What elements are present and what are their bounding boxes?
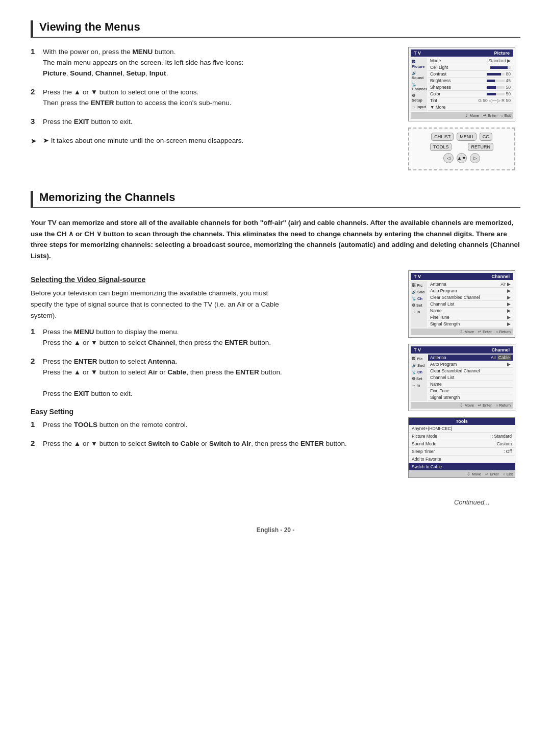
icon3-setup: ⚙ Set <box>412 375 426 382</box>
nav-right: ▷ <box>470 153 480 163</box>
step22-num: 2 <box>31 357 39 365</box>
step2-num: 2 <box>31 87 39 96</box>
section2-title: Memorizing the Channels <box>31 191 520 208</box>
channel2-icon-col: 🖼 Pic 🔊 Snd 📡 Ch ⚙ Set ↔ In <box>411 355 427 401</box>
desc1: Before your television can begin memoriz… <box>31 288 398 321</box>
section1-title: Viewing the Menus <box>31 20 520 38</box>
menu-row-more: ▼ More <box>428 104 513 111</box>
step2-text2: Then press the ENTER button to access th… <box>43 99 232 107</box>
ch1-row-antenna: Antenna Air ▶ <box>428 281 513 288</box>
picture-title: Picture <box>494 51 510 56</box>
step3-text-before: Press the EXIT button to exit. <box>43 118 133 125</box>
step1-setup: Setup <box>127 69 146 77</box>
step2-text: Press the ▲ or ▼ button to select one of… <box>43 87 232 109</box>
nav-up-down: ▲▼ <box>457 153 467 163</box>
section1-images: T V Picture 🖼 Picture 🔊 Sound 📡 Channel … <box>408 47 520 170</box>
tv-label: T V <box>414 51 421 56</box>
easy-step1: 1 Press the TOOLS button on the remote c… <box>31 420 398 431</box>
easy-step2-text: Press the ▲ or ▼ button to select Switch… <box>43 439 347 449</box>
easy-step1-num: 1 <box>31 420 39 429</box>
nav-left: ◁ <box>443 153 454 163</box>
step21-num: 1 <box>31 327 39 336</box>
menu-btn: MENU <box>457 133 477 141</box>
menu-row-mode: Mode Standard ▶ <box>428 58 513 64</box>
icon-channel: 📡 Channel <box>412 81 426 92</box>
section2-content: Selecting the Video Signal-source Before… <box>31 270 520 478</box>
tools-row-soundmode: Sound Mode : Custom <box>409 440 515 448</box>
step1-num: 1 <box>31 47 39 56</box>
step-3: 3 Press the EXIT button to exit. <box>31 117 398 128</box>
step1-line2: The main menu appears on the screen. Its… <box>43 59 243 77</box>
icon2-input: ↔ In <box>412 309 426 315</box>
remote-top-row: CHLIST MENU CC <box>413 133 510 141</box>
picture-menu-screen: T V Picture 🖼 Picture 🔊 Sound 📡 Channel … <box>408 47 515 121</box>
section-memorizing-channels: Memorizing the Channels Your TV can memo… <box>31 191 520 478</box>
icon-input: ↔ Input <box>412 104 426 110</box>
ch1-row-finetune: Fine Tune ▶ <box>428 314 513 321</box>
cc-btn: CC <box>480 133 492 141</box>
icon2-picture: 🖼 Pic <box>412 282 426 289</box>
picture-nav-bar: ⇩ Move ↵ Enter ○ Exit <box>411 112 513 119</box>
step1-channel: Channel <box>95 69 122 77</box>
icon3-input: ↔ In <box>412 382 426 389</box>
step-1: 1 With the power on, press the MENU butt… <box>31 47 398 79</box>
icon2-sound: 🔊 Snd <box>412 289 426 295</box>
channel1-sidebar: 🖼 Pic 🔊 Snd 📡 Ch ⚙ Set ↔ In Antenna Air … <box>411 281 513 327</box>
easy-setting-label: Easy Setting <box>31 408 398 416</box>
tools-row-addfavorite: Add to Favorite <box>409 456 515 463</box>
ch2-row-antenna: Antenna Air Cable <box>428 355 513 361</box>
icon2-setup: ⚙ Set <box>412 302 426 309</box>
ch2-row-name: Name <box>428 381 513 388</box>
step2-2: 2 Press the ENTER button to select Anten… <box>31 357 398 399</box>
ch1-row-signalstrength: Signal Strength ▶ <box>428 321 513 327</box>
menu-row-celllight: Cell Light <box>428 64 513 71</box>
tv-sidebar-picture: 🖼 Picture 🔊 Sound 📡 Channel ⚙ Setup ↔ In… <box>411 58 513 111</box>
section2-steps: Selecting the Video Signal-source Before… <box>31 270 398 457</box>
step1-text-mid: button. <box>153 48 176 56</box>
remote-nav-row: ◁ ▲▼ ▷ <box>413 153 510 163</box>
step1-input: Input <box>149 69 166 77</box>
section1-note: ➤ ➤ It takes about one minute until the … <box>31 136 398 147</box>
step21-text: Press the MENU button to display the men… <box>43 327 271 348</box>
ch2-row-clearscram: Clear Scrambled Channel <box>428 368 513 374</box>
section1-steps: 1 With the power on, press the MENU butt… <box>31 47 398 153</box>
channel-menu1-screen: T V Channel 🖼 Pic 🔊 Snd 📡 Ch ⚙ Set ↔ In … <box>408 270 515 338</box>
ch2-row-finetune: Fine Tune <box>428 388 513 394</box>
picture-title-bar: T V Picture <box>411 49 513 57</box>
ch2-row-autoprog: Auto Program ▶ <box>428 361 513 368</box>
menu-row-sharpness: Sharpness 50 <box>428 84 513 91</box>
icon3-sound: 🔊 Snd <box>412 362 426 369</box>
step1-menu-bold: MENU <box>133 48 153 56</box>
easy-step2: 2 Press the ▲ or ▼ button to select Swit… <box>31 439 398 449</box>
step-2: 2 Press the ▲ or ▼ button to select one … <box>31 87 398 109</box>
tv-icon-col: 🖼 Picture 🔊 Sound 📡 Channel ⚙ Setup ↔ In… <box>411 58 427 111</box>
footer-lang: English - 20 - <box>257 526 295 534</box>
tools-row-anynet: Anynet+(HDMI-CEC) <box>409 425 515 433</box>
ch1-row-channellist: Channel List ▶ <box>428 301 513 308</box>
menu-row-color: Color 50 <box>428 91 513 97</box>
step1-text: With the power on, press the MENU button… <box>43 47 243 79</box>
footer: English - 20 - <box>31 521 520 534</box>
channel1-icon-col: 🖼 Pic 🔊 Snd 📡 Ch ⚙ Set ↔ In <box>411 281 427 327</box>
step1-sound: Sound <box>70 69 91 77</box>
tools-row-picturemode: Picture Mode : Standard <box>409 433 515 440</box>
menu-row-brightness: Brightness 45 <box>428 78 513 84</box>
channel-menu2-screen: T V Channel 🖼 Pic 🔊 Snd 📡 Ch ⚙ Set ↔ In … <box>408 344 515 411</box>
note-text: ➤ It takes about one minute until the on… <box>43 136 243 147</box>
menu-row-contrast: Contrast 80 <box>428 71 513 78</box>
tv-picture-content: Mode Standard ▶ Cell Light <box>428 58 513 111</box>
icon3-channel: 📡 Ch <box>412 369 426 375</box>
return-btn: RETURN <box>468 143 493 151</box>
easy-step2-num: 2 <box>31 439 39 447</box>
menu-row-tint: Tint G 50 ◁—▷ R 50 <box>428 97 513 104</box>
ch1-row-clearscram: Clear Scrambled Channel ▶ <box>428 294 513 301</box>
tools-menu-screen: Tools Anynet+(HDMI-CEC) Picture Mode : S… <box>408 417 515 478</box>
remote-mid-row: TOOLS RETURN <box>413 143 510 151</box>
icon-sound: 🔊 Sound <box>412 70 426 81</box>
ch-list-btn: CHLIST <box>431 133 454 141</box>
step2-1: 1 Press the MENU button to display the m… <box>31 327 398 348</box>
icon-picture: 🖼 Picture <box>412 59 426 70</box>
channel2-title-bar: T V Channel <box>411 346 513 354</box>
ch2-row-channellist: Channel List <box>428 374 513 381</box>
tools-btn: TOOLS <box>430 143 452 151</box>
